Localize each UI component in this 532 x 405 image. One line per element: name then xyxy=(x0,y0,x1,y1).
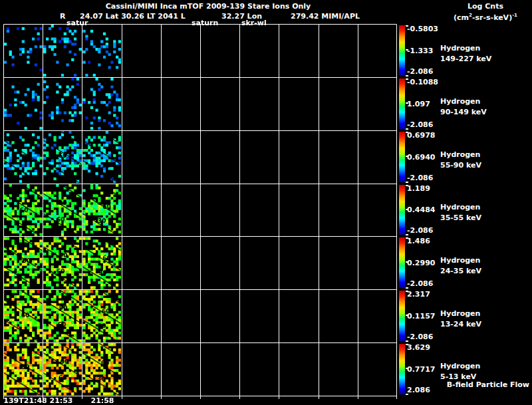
cb2-min: -2.086 xyxy=(407,121,433,129)
colorbar-tick xyxy=(406,291,408,292)
colorbar-tick xyxy=(406,128,408,130)
time-tick-3: 21:58 xyxy=(90,397,114,405)
cb2-max: -0.1088 xyxy=(407,78,438,86)
cb7-max: 3.629 xyxy=(407,344,430,352)
colorbar-row-1 xyxy=(399,25,405,76)
colorbar-tick xyxy=(406,315,408,316)
colorbar-tick xyxy=(406,344,408,345)
colorbar-row-5 xyxy=(399,237,405,288)
colorbar-tick xyxy=(406,75,408,76)
cb4-max: 1.189 xyxy=(407,185,430,193)
row6-energy: 13-24 keV xyxy=(440,321,481,329)
cb7-mid: 0.7717 xyxy=(407,366,435,374)
row5-species: Hydrogen xyxy=(440,257,480,265)
colorbar-tick xyxy=(406,185,408,186)
cb3-min: -2.086 xyxy=(407,174,433,182)
row3-energy: 55-90 keV xyxy=(440,162,481,170)
event-label-saturn-2: saturn xyxy=(192,19,218,27)
colorbar-row-3 xyxy=(399,132,405,182)
cb4-min: -2.086 xyxy=(407,227,433,235)
colorbar-units: (cm2-sr-s-keV)-1 xyxy=(432,11,532,22)
bfield-particle-flow-note: B-field Particle Flow xyxy=(399,381,529,389)
event-label-skr-wl: skr-wl xyxy=(241,19,267,27)
colorbar-row-2 xyxy=(399,78,405,129)
cb6-max: 2.317 xyxy=(407,291,430,299)
cb4-mid: 0.4484 xyxy=(407,206,435,214)
cb6-mid: 0.1157 xyxy=(407,313,435,321)
cb3-mid: 0.6940 xyxy=(407,154,435,162)
colorbar-tick xyxy=(406,102,408,104)
colorbar-tick xyxy=(406,340,408,342)
cb5-mid: 0.2990 xyxy=(407,259,435,267)
cb3-max: 0.6978 xyxy=(407,132,435,140)
row2-energy: 90-149 keV xyxy=(440,108,487,116)
colorbar-tick xyxy=(406,25,408,27)
cb1-mid: -1.333 xyxy=(407,47,433,55)
ephemeris-mimi-apl: 279.42 MIMI/APL xyxy=(291,13,360,21)
colorbar-tick xyxy=(406,209,408,210)
ephemeris-lat-lt-l: 24.07 Lat 30.26 LT 2041 L xyxy=(80,13,186,21)
cb5-min: -2.086 xyxy=(407,280,433,288)
ephemeris-r-label: R xyxy=(60,13,65,21)
colorbar-row-4 xyxy=(399,185,405,235)
row1-species: Hydrogen xyxy=(440,45,480,53)
cb6-min: -2.086 xyxy=(407,333,433,341)
colorbar-tick xyxy=(406,237,408,239)
row5-energy: 24-35 keV xyxy=(440,267,481,275)
spectrogram-grid-canvas xyxy=(3,24,398,400)
row4-species: Hydrogen xyxy=(440,203,480,211)
cb1-max: -0.5803 xyxy=(407,25,438,33)
cassini-mimi-inca-display: Cassini/MIMI Inca mTOF 2009-139 Stare Io… xyxy=(0,0,532,405)
colorbar-row-6 xyxy=(399,291,405,341)
colorbar-tick xyxy=(406,49,408,51)
page-title: Cassini/MIMI Inca mTOF 2009-139 Stare Io… xyxy=(106,3,311,11)
colorbar-tick xyxy=(406,261,408,263)
colorbar-tick xyxy=(406,287,408,289)
colorbar-tick xyxy=(406,78,408,80)
time-tick-1: 139T21:48 xyxy=(3,397,47,405)
colorbar-tick xyxy=(406,234,408,235)
time-tick-2: 21:53 xyxy=(49,397,72,405)
colorbar-tick xyxy=(406,182,408,183)
cb1-min: -2.086 xyxy=(407,68,433,76)
colorbar-tick xyxy=(406,394,408,395)
row3-species: Hydrogen xyxy=(440,151,480,159)
cb2-mid: 1.097 xyxy=(407,100,430,108)
cb5-max: 1.486 xyxy=(407,237,430,245)
row1-energy: 149-227 keV xyxy=(440,55,491,63)
colorbar-tick xyxy=(406,132,408,133)
event-label-saturn-1: satur xyxy=(66,19,88,27)
row4-energy: 35-55 keV xyxy=(440,214,481,222)
row7-species: Hydrogen xyxy=(440,362,480,370)
row2-species: Hydrogen xyxy=(440,98,480,106)
colorbar-tick xyxy=(406,368,408,369)
row6-species: Hydrogen xyxy=(440,310,480,318)
colorbar-tick xyxy=(406,156,408,157)
colorbar-title: Log Cnts xyxy=(432,3,532,11)
